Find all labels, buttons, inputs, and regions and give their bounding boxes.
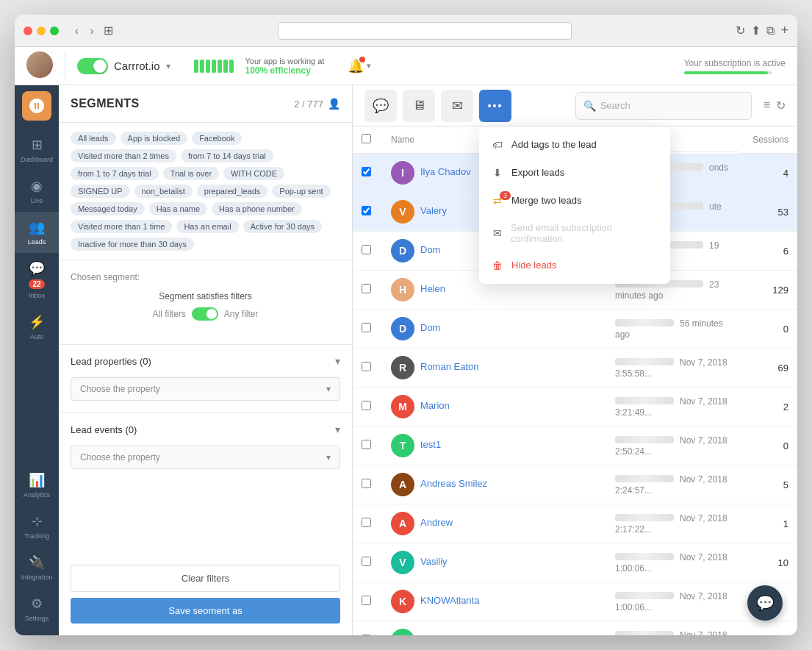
tag-1-7-days[interactable]: from 1 to 7 days trial <box>71 167 159 180</box>
mail-toolbar-button[interactable]: ✉ <box>441 90 473 122</box>
refresh-icon[interactable]: ↻ <box>776 99 786 113</box>
search-box[interactable]: 🔍 Search <box>575 92 752 120</box>
export-icon: ⬇ <box>491 166 504 179</box>
sidebar-item-settings[interactable]: ⚙ Settings <box>15 588 59 629</box>
tag-signed-up[interactable]: SIGNED UP <box>71 185 130 198</box>
lead-name-link[interactable]: Vasiliy <box>420 556 448 567</box>
more-toolbar-button[interactable]: ••• <box>479 90 511 122</box>
col-sessions[interactable]: Sessions <box>739 126 797 154</box>
tag-has-phone[interactable]: Has a phone number <box>212 202 302 215</box>
export-leads-item[interactable]: ⬇ Export leads <box>479 159 670 187</box>
row-checkbox[interactable] <box>362 362 371 371</box>
integration-icon: 🔌 <box>29 554 45 571</box>
lead-name-link[interactable]: Roman Eaton <box>420 361 479 372</box>
chat-widget-button[interactable]: 💬 <box>747 585 783 621</box>
tag-prepared-leads[interactable]: prepared_leads <box>197 185 267 198</box>
brand-dropdown-icon[interactable]: ▾ <box>166 61 170 71</box>
bell-badge[interactable]: 🔔 <box>348 58 364 74</box>
tag-with-code[interactable]: WITH CODE <box>223 167 284 180</box>
tag-all-leads[interactable]: All leads <box>71 132 116 145</box>
app-toggle[interactable] <box>77 58 108 74</box>
lead-name-link[interactable]: test1 <box>420 439 441 450</box>
back-button[interactable]: ‹ <box>71 24 83 38</box>
choose-event-box[interactable]: Choose the property ▾ <box>71 446 340 469</box>
lead-events-header[interactable]: Lead events (0) ▾ <box>59 413 352 446</box>
row-checkbox[interactable] <box>362 206 371 215</box>
tag-7-14-days[interactable]: from 7 to 14 days trial <box>181 149 273 162</box>
row-checkbox[interactable] <box>362 635 371 635</box>
chat-toolbar-button[interactable]: 💬 <box>364 90 397 122</box>
tag-has-email[interactable]: Has an email <box>176 220 238 233</box>
filter-icon[interactable]: ≡ <box>764 99 770 113</box>
row-checkbox[interactable] <box>362 557 371 566</box>
clear-filters-button[interactable]: Clear filters <box>71 565 340 592</box>
duplicate-icon[interactable]: ⧉ <box>766 24 775 38</box>
add-tags-item[interactable]: 🏷 Add tags to the lead <box>479 131 670 159</box>
choose-property-box[interactable]: Choose the property ▾ <box>71 377 340 401</box>
select-all-checkbox[interactable] <box>362 134 371 143</box>
lead-name-link[interactable]: Marion <box>420 400 450 411</box>
lead-name-link[interactable]: Dom <box>420 322 440 333</box>
row-checkbox[interactable] <box>362 284 371 293</box>
address-bar[interactable] <box>278 22 572 40</box>
sidebar-item-label: Settings <box>25 615 49 622</box>
sidebar-item-live[interactable]: ◉ Live <box>15 171 59 212</box>
filter-toggle-switch[interactable] <box>192 307 218 321</box>
sidebar-item-inbox[interactable]: 💬 22 Inbox <box>15 253 59 307</box>
tag-messaged-today[interactable]: Messaged today <box>71 202 145 215</box>
sidebar-item-auto[interactable]: ⚡ Auto <box>15 307 59 348</box>
lead-name-link[interactable]: Helen <box>420 283 445 294</box>
lead-name-link[interactable]: KNOWAtlanta <box>420 595 479 606</box>
lead-name-link[interactable]: Valery <box>420 205 447 216</box>
tag-has-name[interactable]: Has a name <box>149 202 207 215</box>
subscription-text: Your subscription is active <box>684 58 786 68</box>
row-checkbox[interactable] <box>362 323 371 332</box>
lead-name-link[interactable]: Andreas Smilez <box>420 478 487 489</box>
tag-inactive-30[interactable]: Inactive for more than 30 days <box>71 238 194 251</box>
lead-name-link[interactable]: Tsachi <box>420 634 448 635</box>
tag-app-blocked[interactable]: App is blocked <box>121 132 188 145</box>
tag-visited-2[interactable]: Visited more than 2 times <box>71 149 176 162</box>
lead-name-link[interactable]: Andrew <box>420 517 453 528</box>
minimize-button[interactable] <box>37 26 46 35</box>
row-checkbox[interactable] <box>362 401 371 410</box>
settings-icon: ⚙ <box>31 596 43 612</box>
tag-active-30[interactable]: Active for 30 days <box>243 220 322 233</box>
brand-toggle[interactable]: Carrrot.io ▾ <box>77 58 170 74</box>
sidebar-item-integration[interactable]: 🔌 Integration <box>15 547 59 588</box>
notification-area[interactable]: 🔔 ▾ <box>348 58 371 74</box>
row-checkbox[interactable] <box>362 245 371 254</box>
row-checkbox[interactable] <box>362 596 371 605</box>
row-checkbox[interactable] <box>362 167 371 176</box>
user-avatar[interactable] <box>26 51 53 78</box>
hide-leads-item[interactable]: 🗑 Hide leads <box>479 251 670 279</box>
close-button[interactable] <box>24 26 32 35</box>
tag-popup-sent[interactable]: Pop-up sent <box>272 185 330 198</box>
sidebar-item-analytics[interactable]: 📊 Analytics <box>15 465 59 506</box>
desktop-toolbar-button[interactable]: 🖥 <box>403 90 435 122</box>
sidebar-item-leads[interactable]: 👥 Leads <box>15 212 59 253</box>
lead-name-link[interactable]: Dom <box>420 244 440 255</box>
row-checkbox[interactable] <box>362 440 371 449</box>
bell-dropdown[interactable]: ▾ <box>367 61 371 71</box>
maximize-button[interactable] <box>50 26 59 35</box>
save-segment-button[interactable]: Save seоment as <box>71 598 340 624</box>
sidebar-item-dashboard[interactable]: ⊞ Dashboard <box>15 129 59 171</box>
row-checkbox[interactable] <box>362 518 371 527</box>
window-toggle[interactable]: ⊞ <box>104 24 113 38</box>
refresh-icon[interactable]: ↻ <box>736 24 745 38</box>
row-checkbox[interactable] <box>362 479 371 488</box>
tag-facebook[interactable]: Facebook <box>192 132 242 145</box>
app-logo[interactable] <box>22 91 51 121</box>
tag-trial-over[interactable]: Trial is over <box>163 167 219 180</box>
tag-visited-1[interactable]: Visited more than 1 time <box>71 220 172 233</box>
sidebar-item-tracking[interactable]: ⊹ Tracking <box>15 506 59 547</box>
lead-name-link[interactable]: Ilya Chadov <box>420 166 471 177</box>
lead-properties-header[interactable]: Lead properties (0) ▾ <box>59 345 352 377</box>
add-tab-icon[interactable]: + <box>780 23 788 38</box>
share-icon[interactable]: ⬆ <box>751 24 761 38</box>
lead-avatar: D <box>391 239 414 262</box>
tag-non-betalist[interactable]: non_betalist <box>134 185 193 198</box>
forward-button[interactable]: › <box>86 24 98 38</box>
merge-leads-item[interactable]: ⇄ Merge two leads 3 <box>479 187 670 215</box>
